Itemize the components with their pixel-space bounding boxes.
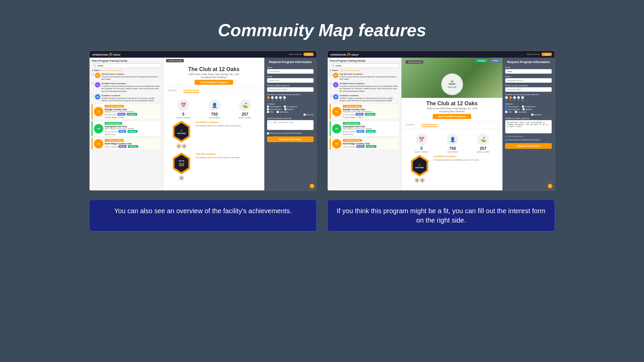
coach-avatars-certified-2: 👤 👤	[415, 178, 425, 183]
filter-checkbox-academy-2[interactable]	[330, 95, 332, 97]
badge-title-top50: Top 50 Location	[196, 153, 256, 156]
form-title-1: Request Program Information	[267, 60, 314, 64]
interest-intermediate-1[interactable]: Intermediate	[277, 111, 289, 113]
name-input-2[interactable]	[505, 69, 552, 74]
interest-beginner-2[interactable]: Beginner	[523, 108, 532, 110]
radio-5plus-2[interactable]: 5+	[521, 96, 524, 101]
certified-badge-northridge: ● Certified Location!	[105, 139, 124, 142]
tab-achievements-2[interactable]: Achievements	[422, 123, 437, 127]
interest-intermediate-2[interactable]: Intermediate	[515, 111, 527, 113]
name-input-1[interactable]	[267, 69, 314, 74]
top50-badge-display: TOP 50 50 👤	[171, 153, 192, 180]
optin-checkbox-2[interactable]	[505, 139, 507, 141]
main-content-1: ◄ Back to map The Club at 12 Oaks 2008 G…	[163, 58, 264, 190]
location-item-raleigh-cc[interactable]: RC ● Certified Location! Raleigh Country…	[92, 104, 161, 120]
phone-label-1: Phone number (required)	[267, 84, 314, 86]
badge-section-1: ✓ CERTIFIED 👤 👤 Certified Location	[167, 119, 260, 150]
back-button-2[interactable]: ◄ Back to map	[406, 60, 423, 64]
location-item-northridge-2[interactable]: NR ● Certified Location! North Ridge Cou…	[330, 138, 399, 150]
badge-academy-northridge-2: Academy	[366, 145, 376, 148]
location-info-raleigh-2: ● Certified Location! Raleigh Country Cl…	[343, 105, 396, 118]
email-input-2[interactable]	[505, 78, 552, 83]
location-item-hedingham-2[interactable]: HG ● Top 50 Location! Hedingham Golf Clu…	[330, 121, 399, 137]
tabs-row-2: Coaches Achievements	[401, 122, 502, 129]
location-detail-hedingham-2: 4801 Harbour Towne Drive, Raleigh...	[343, 128, 396, 130]
filter-checkbox-certified-2[interactable]	[330, 82, 332, 85]
phone-input-1[interactable]	[267, 87, 314, 92]
location-item-hedingham[interactable]: HG ● Top 50 Location! Hedingham Golf Clu…	[92, 121, 161, 137]
additional-textarea-1[interactable]	[267, 120, 314, 130]
phone-input-2[interactable]	[505, 87, 552, 92]
search-input-1[interactable]	[97, 65, 159, 67]
interest-adult-2[interactable]: Adult programs	[505, 106, 519, 108]
back-to-home-link-2[interactable]: Back to Home	[527, 53, 540, 55]
optin-checkbox-1[interactable]	[267, 132, 269, 134]
location-item-northridge[interactable]: NR ● Certified Location! North Ridge Cou…	[92, 138, 161, 150]
golfers-number-2: 257	[477, 146, 489, 151]
view-programs-btn-2[interactable]: View Available Programs	[433, 114, 471, 119]
search-input-2[interactable]	[335, 65, 397, 67]
request-form-1: Request Program Information Name Email P…	[264, 58, 316, 190]
calendar-icon-2: 📅	[416, 133, 427, 145]
interest-other-1[interactable]: Other	[267, 111, 274, 113]
filter-checkbox-academy[interactable]	[92, 95, 94, 97]
filters-link-1[interactable]: What are the location types?	[102, 69, 123, 71]
tab-coaches-2[interactable]: Coaches	[406, 123, 415, 127]
location-info-hedingham: ● Top 50 Location! Hedingham Golf Club 4…	[105, 122, 158, 135]
filter-item-certified-2: C Certified Coach LocationsA certified c…	[330, 82, 399, 93]
name-label-2: Name	[505, 66, 552, 68]
help-icon-2[interactable]: ?	[548, 184, 552, 188]
request-btn-1[interactable]: Request Information	[267, 136, 314, 142]
email-optin-2: Please add me to Operation 36's email li…	[505, 139, 552, 141]
interest-beginner-1[interactable]: Beginner	[284, 108, 294, 110]
radio-4-2[interactable]: 4	[517, 96, 520, 101]
interest-adult-1[interactable]: Adult programs	[267, 106, 281, 108]
view-programs-btn-1[interactable]: View Available Programs	[195, 80, 233, 85]
location-item-raleigh-cc-2[interactable]: RC ● Certified Location! Raleigh Country…	[330, 104, 399, 120]
back-button-1[interactable]: ◄ Back to map	[166, 59, 184, 62]
email-input-1[interactable]	[267, 78, 314, 83]
radio-1-2[interactable]: 1	[505, 96, 508, 101]
radio-4[interactable]: 4	[279, 96, 282, 101]
filter-item-certified: C Certified Coach LocationsA certified c…	[92, 82, 161, 93]
filter-item-academy-2: 36 Academy LocationsAcademy locations le…	[330, 94, 399, 102]
interest-noexp-2[interactable]: No experience	[522, 106, 535, 108]
badge-private-raleigh-2: Private	[356, 113, 364, 116]
interest-advanced-1[interactable]: Advanced	[304, 114, 314, 116]
location-detail-raleigh-2: Raleigh Country Club, Donald Ross...	[343, 111, 396, 113]
location-info-northridge-2: ● Certified Location! North Ridge Countr…	[343, 139, 396, 148]
interest-junior-2[interactable]: Junior programs	[505, 108, 520, 110]
back-to-home-link-1[interactable]: Back to Home	[289, 53, 302, 55]
help-icon-1[interactable]: ?	[310, 184, 314, 188]
request-btn-2[interactable]: Request Information	[505, 143, 552, 149]
radio-2-2[interactable]: 2	[509, 96, 512, 101]
additional-label-1: Additional details (optional):	[267, 117, 314, 119]
filter-checkbox-top50-2[interactable]	[330, 73, 332, 75]
chevron-raleigh-2: ›	[396, 110, 397, 113]
badge-section-top50: TOP 50 50 👤 Top 50 Location For having a…	[167, 150, 260, 182]
interest-advanced-2[interactable]: Advanced	[531, 114, 541, 116]
filter-checkbox-certified[interactable]	[92, 82, 94, 85]
tab-coaches-1[interactable]: Coaches	[167, 89, 177, 93]
radio-2[interactable]: 2	[271, 96, 274, 101]
radio-3[interactable]: 3	[275, 96, 278, 101]
radio-3-2[interactable]: 3	[513, 96, 516, 101]
interest-junior-1[interactable]: Junior programs	[267, 108, 282, 110]
sidebar-title-1: Find a Program Training Facility	[92, 60, 161, 62]
filters-link-2[interactable]: What are the location types?	[340, 69, 361, 71]
tab-achievements-1[interactable]: Achievements	[183, 89, 199, 93]
filter-item-top50: 50 Top 50 Coach LocationsA Top 50 Coach …	[92, 73, 161, 81]
badge-info-certified: Certified Location For having at least o…	[196, 121, 256, 148]
radio-5plus[interactable]: 5+	[283, 96, 286, 101]
filter-icon-top50-2: 50	[333, 73, 338, 78]
interest-other-2[interactable]: Other	[505, 111, 512, 113]
interest-noexp-1[interactable]: No experience	[284, 106, 297, 108]
sidebar-2: Find a Program Training Facility 🔍 ▼ Fil…	[328, 58, 401, 190]
login-button-2[interactable]: Log In	[542, 53, 552, 56]
additional-textarea-2[interactable]: My partner and I are interested in summe…	[505, 120, 552, 133]
achievement-golfers-2: ⛳ 257 golfers created	[477, 133, 489, 153]
radio-1[interactable]: 1	[267, 96, 270, 101]
filter-checkbox-top50[interactable]	[92, 73, 94, 75]
top50-badge-hedingham: ● Top 50 Location!	[105, 122, 122, 125]
login-button-1[interactable]: Log In	[304, 53, 314, 56]
